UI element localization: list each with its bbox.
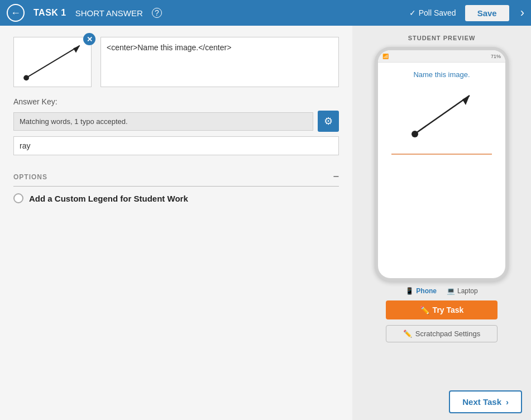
custom-legend-row: Add a Custom Legend for Student Work (13, 193, 339, 203)
student-preview-label: STUDENT PREVIEW (408, 35, 476, 41)
editor-panel: ✕ <center>Name this image.</center> Answ… (0, 26, 352, 420)
laptop-label: Laptop (457, 287, 478, 295)
options-header: OPTIONS − (13, 171, 339, 187)
phone-icon: 📱 (405, 287, 414, 295)
poll-saved-label: Poll Saved (419, 8, 456, 17)
phone-image-area (397, 84, 486, 146)
scratchpad-settings-button[interactable]: ✏️ Scratchpad Settings (386, 325, 497, 342)
preview-panel: STUDENT PREVIEW 📶 71% Name this image. (352, 26, 531, 420)
phone-question-text: Name this image. (413, 70, 470, 79)
matching-words-select[interactable]: Matching words, 1 typo accepted. (13, 112, 313, 131)
custom-legend-radio[interactable] (13, 193, 23, 203)
collapse-icon[interactable]: − (333, 171, 339, 183)
main-layout: ✕ <center>Name this image.</center> Answ… (0, 26, 531, 420)
svg-marker-5 (462, 96, 470, 105)
svg-point-4 (412, 131, 418, 137)
custom-legend-label: Add a Custom Legend for Student Work (29, 194, 188, 203)
next-task-label: Next Task (462, 397, 501, 407)
back-button[interactable]: ← (7, 4, 25, 22)
options-section: OPTIONS − Add a Custom Legend for Studen… (13, 171, 339, 203)
poll-saved-status: ✓ Poll Saved (409, 8, 456, 17)
image-container: ✕ (13, 37, 92, 87)
device-selector-row: 📱 Phone 💻 Laptop (405, 287, 477, 295)
phone-device-button[interactable]: 📱 Phone (405, 287, 437, 295)
svg-line-0 (25, 46, 80, 79)
remove-image-button[interactable]: ✕ (83, 33, 95, 45)
phone-screen: 📶 71% Name this image. (378, 50, 505, 278)
laptop-device-button[interactable]: 💻 Laptop (447, 287, 478, 295)
next-arrow-icon[interactable]: › (520, 6, 524, 20)
help-icon[interactable]: ? (152, 8, 162, 18)
answer-key-row: Matching words, 1 typo accepted. ⚙ (13, 111, 339, 132)
task-type-label: SHORT ANSWER (75, 8, 143, 18)
gear-icon: ⚙ (324, 115, 333, 127)
header: ← TASK 1 SHORT ANSWER ? ✓ Poll Saved Sav… (0, 0, 531, 26)
scratchpad-label: Scratchpad Settings (415, 330, 480, 338)
phone-mockup: 📶 71% Name this image. (375, 47, 509, 281)
try-task-button[interactable]: ✏️ Try Task (386, 300, 497, 319)
svg-marker-2 (73, 46, 80, 53)
try-task-label: Try Task (433, 306, 464, 314)
phone-content: Name this image. (378, 63, 505, 278)
next-task-chevron-icon: › (506, 397, 509, 407)
task-label: TASK 1 (34, 8, 66, 18)
laptop-icon: 💻 (447, 287, 455, 295)
answer-key-section: Answer Key: Matching words, 1 typo accep… (13, 97, 339, 155)
save-button[interactable]: Save (465, 5, 509, 21)
next-task-row: Next Task › (352, 384, 531, 420)
check-icon: ✓ (409, 8, 416, 17)
next-task-button[interactable]: Next Task › (449, 390, 522, 413)
svg-line-3 (414, 96, 470, 135)
scratchpad-icon: ✏️ (403, 330, 412, 338)
phone-image-svg (397, 84, 486, 146)
phone-answer-line (391, 154, 492, 155)
battery-indicator: 71% (491, 54, 501, 59)
try-task-icon: ✏️ (420, 306, 429, 314)
wifi-icon: 📶 (382, 54, 389, 59)
svg-point-1 (23, 75, 29, 80)
phone-status-bar: 📶 71% (378, 50, 505, 63)
question-image (14, 37, 91, 87)
phone-label: Phone (416, 287, 437, 295)
answer-key-label: Answer Key: (13, 97, 339, 106)
options-label: OPTIONS (13, 173, 47, 181)
question-textarea[interactable]: <center>Name this image.</center> (101, 37, 339, 87)
answer-input[interactable] (13, 136, 339, 155)
image-question-row: ✕ <center>Name this image.</center> (13, 37, 339, 87)
gear-settings-button[interactable]: ⚙ (318, 111, 339, 132)
